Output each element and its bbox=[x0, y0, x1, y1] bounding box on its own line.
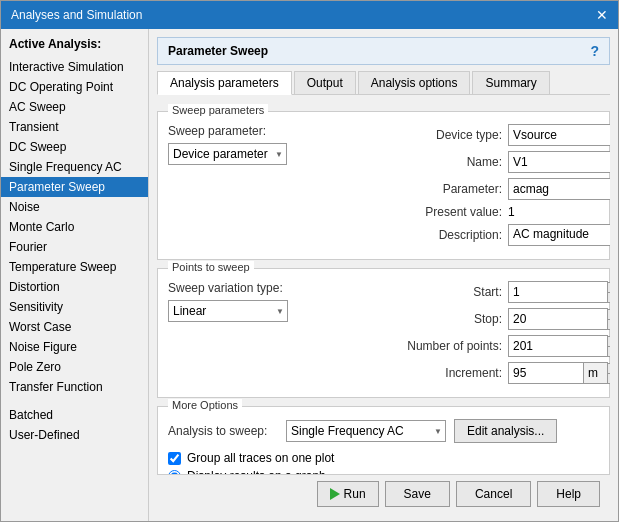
tab-analysis-options[interactable]: Analysis options bbox=[358, 71, 471, 94]
parameter-label: Parameter: bbox=[388, 182, 508, 196]
description-box: AC magnitude bbox=[508, 224, 610, 246]
sidebar: Active Analysis: Interactive SimulationD… bbox=[1, 29, 149, 521]
more-options-title: More Options bbox=[168, 399, 242, 411]
sidebar-item-transient[interactable]: Transient bbox=[1, 117, 148, 137]
tab-analysis-parameters[interactable]: Analysis parameters bbox=[157, 71, 292, 95]
sidebar-item-interactive-simulation[interactable]: Interactive Simulation bbox=[1, 57, 148, 77]
content-area: Sweep parameters Sweep parameter: Device… bbox=[157, 103, 610, 474]
radio-graph-row: Display results on a graph bbox=[168, 469, 326, 474]
stop-spin-buttons: ▲ ▼ bbox=[607, 309, 610, 330]
radio-graph-label: Display results on a graph bbox=[187, 469, 326, 474]
variation-type-select[interactable]: Linear bbox=[168, 300, 288, 322]
radio-options-col: Display results on a graph Display resul… bbox=[168, 469, 326, 474]
increment-unit: m bbox=[584, 362, 608, 384]
stop-spin-wrapper: ▲ ▼ bbox=[508, 308, 610, 330]
stop-spin-down[interactable]: ▼ bbox=[607, 319, 610, 330]
group-traces-label: Group all traces on one plot bbox=[187, 451, 334, 465]
name-select-wrapper[interactable]: V1 bbox=[508, 151, 610, 173]
num-points-spin-buttons: ▲ ▼ bbox=[607, 336, 610, 357]
increment-spin-buttons: ▲ ▼ bbox=[607, 363, 610, 384]
present-value-text: 1 bbox=[508, 205, 515, 219]
stop-row: Stop: ▲ ▼ bbox=[388, 308, 610, 330]
name-select[interactable]: V1 bbox=[508, 151, 610, 173]
sweep-param-select-row: Device parameter bbox=[168, 143, 368, 165]
variation-type-label: Sweep variation type: bbox=[168, 281, 298, 295]
increment-spin-down[interactable]: ▼ bbox=[607, 373, 610, 384]
save-button[interactable]: Save bbox=[385, 481, 450, 507]
main-area: Parameter Sweep ? Analysis parametersOut… bbox=[149, 29, 618, 521]
sidebar-item-user-defined[interactable]: User-Defined bbox=[1, 425, 148, 445]
device-type-select[interactable]: Vsource bbox=[508, 124, 610, 146]
sidebar-title: Active Analysis: bbox=[1, 33, 148, 57]
num-points-spin-wrapper: ▲ ▼ bbox=[508, 335, 610, 357]
parameter-select-wrapper[interactable]: acmag bbox=[508, 178, 610, 200]
sweep-parameters-section: Sweep parameters Sweep parameter: Device… bbox=[157, 111, 610, 260]
analysis-sweep-row: Analysis to sweep: Single Frequency AC E… bbox=[168, 419, 599, 443]
sidebar-item-temperature-sweep[interactable]: Temperature Sweep bbox=[1, 257, 148, 277]
dialog-window: Analyses and Simulation ✕ Active Analysi… bbox=[0, 0, 619, 522]
tabs-bar: Analysis parametersOutputAnalysis option… bbox=[157, 71, 610, 95]
name-row: Name: V1 bbox=[388, 151, 610, 173]
more-options-section: More Options Analysis to sweep: Single F… bbox=[157, 406, 610, 474]
cancel-button[interactable]: Cancel bbox=[456, 481, 531, 507]
description-label: Description: bbox=[388, 228, 508, 242]
start-input[interactable] bbox=[508, 281, 608, 303]
increment-row: Increment: m ▲ ▼ bbox=[388, 362, 610, 384]
increment-input[interactable] bbox=[508, 362, 584, 384]
parameter-select[interactable]: acmag bbox=[508, 178, 610, 200]
start-spin-buttons: ▲ ▼ bbox=[607, 282, 610, 303]
sidebar-item-monte-carlo[interactable]: Monte Carlo bbox=[1, 217, 148, 237]
start-row: Start: ▲ ▼ bbox=[388, 281, 610, 303]
sidebar-item-pole-zero[interactable]: Pole Zero bbox=[1, 357, 148, 377]
num-points-input[interactable] bbox=[508, 335, 608, 357]
help-button[interactable]: Help bbox=[537, 481, 600, 507]
present-value-row: Present value: 1 bbox=[388, 205, 610, 219]
sidebar-item-sensitivity[interactable]: Sensitivity bbox=[1, 297, 148, 317]
sidebar-item-transfer-function[interactable]: Transfer Function bbox=[1, 377, 148, 397]
stop-label: Stop: bbox=[388, 312, 508, 326]
sidebar-item-ac-sweep[interactable]: AC Sweep bbox=[1, 97, 148, 117]
name-label: Name: bbox=[388, 155, 508, 169]
sidebar-item-dc-operating-point[interactable]: DC Operating Point bbox=[1, 77, 148, 97]
sidebar-item-noise[interactable]: Noise bbox=[1, 197, 148, 217]
tab-output[interactable]: Output bbox=[294, 71, 356, 94]
footer: Run Save Cancel Help bbox=[157, 474, 610, 513]
sweep-param-select[interactable]: Device parameter bbox=[168, 143, 287, 165]
variation-type-wrapper[interactable]: Linear bbox=[168, 300, 288, 322]
sidebar-item-fourier[interactable]: Fourier bbox=[1, 237, 148, 257]
group-traces-row: Group all traces on one plot bbox=[168, 451, 599, 465]
start-spin-down[interactable]: ▼ bbox=[607, 292, 610, 303]
stop-input[interactable] bbox=[508, 308, 608, 330]
sidebar-item-single-frequency-ac[interactable]: Single Frequency AC bbox=[1, 157, 148, 177]
start-spin-wrapper: ▲ ▼ bbox=[508, 281, 610, 303]
radio-options: Display results on a graph Display resul… bbox=[168, 469, 599, 474]
num-points-spin-down[interactable]: ▼ bbox=[607, 346, 610, 357]
analysis-sweep-select[interactable]: Single Frequency AC bbox=[286, 420, 446, 442]
analysis-sweep-select-wrapper[interactable]: Single Frequency AC bbox=[286, 420, 446, 442]
sidebar-item-dc-sweep[interactable]: DC Sweep bbox=[1, 137, 148, 157]
points-to-sweep-section: Points to sweep Sweep variation type: Li… bbox=[157, 268, 610, 398]
title-bar: Analyses and Simulation ✕ bbox=[1, 1, 618, 29]
variation-col: Sweep variation type: Linear bbox=[168, 281, 368, 389]
sidebar-item-distortion[interactable]: Distortion bbox=[1, 277, 148, 297]
points-sweep-columns: Sweep variation type: Linear bbox=[168, 281, 599, 389]
device-type-select-wrapper[interactable]: Vsource bbox=[508, 124, 610, 146]
sidebar-item-parameter-sweep[interactable]: Parameter Sweep bbox=[1, 177, 148, 197]
run-button[interactable]: Run bbox=[317, 481, 379, 507]
tab-summary[interactable]: Summary bbox=[472, 71, 549, 94]
panel-title-bar: Parameter Sweep ? bbox=[157, 37, 610, 65]
sweep-param-select-wrapper[interactable]: Device parameter bbox=[168, 143, 287, 165]
sidebar-item-worst-case[interactable]: Worst Case bbox=[1, 317, 148, 337]
sweep-params-columns: Sweep parameter: Device parameter bbox=[168, 124, 599, 251]
radio-graph[interactable] bbox=[168, 470, 181, 475]
group-traces-checkbox[interactable] bbox=[168, 452, 181, 465]
increment-spin-wrapper: m ▲ ▼ bbox=[508, 362, 610, 384]
close-button[interactable]: ✕ bbox=[596, 7, 608, 23]
edit-analysis-button[interactable]: Edit analysis... bbox=[454, 419, 557, 443]
help-icon[interactable]: ? bbox=[590, 43, 599, 59]
variation-type-select-row: Linear bbox=[168, 300, 368, 322]
run-icon bbox=[330, 488, 340, 500]
device-type-label: Device type: bbox=[388, 128, 508, 142]
sidebar-item-noise-figure[interactable]: Noise Figure bbox=[1, 337, 148, 357]
sidebar-item-batched[interactable]: Batched bbox=[1, 405, 148, 425]
